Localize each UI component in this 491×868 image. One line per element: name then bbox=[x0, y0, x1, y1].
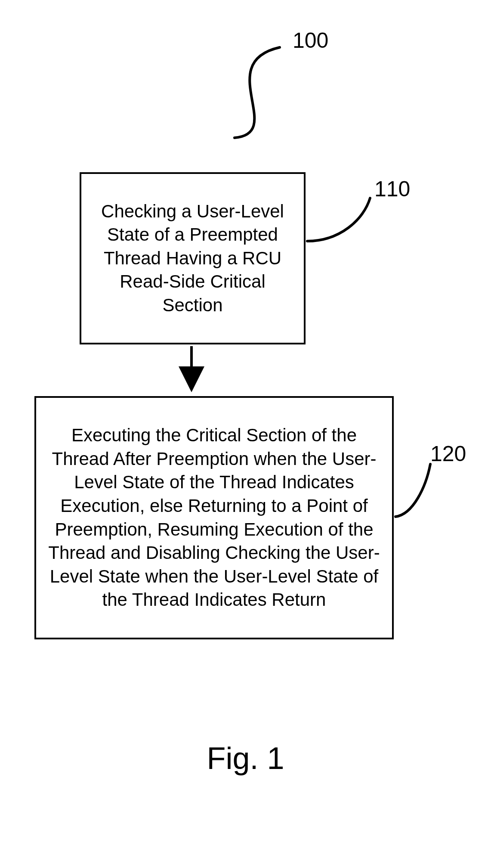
leader-110 bbox=[307, 198, 370, 241]
flow-box-120: Executing the Critical Section of the Th… bbox=[34, 396, 394, 639]
flow-box-110-text: Checking a User-Level State of a Preempt… bbox=[90, 200, 295, 317]
leader-120 bbox=[395, 464, 430, 517]
flow-box-110: Checking a User-Level State of a Preempt… bbox=[80, 172, 306, 344]
s-curve-100 bbox=[235, 47, 280, 138]
diagram-canvas: Checking a User-Level State of a Preempt… bbox=[0, 0, 491, 868]
figure-caption: Fig. 1 bbox=[0, 741, 491, 776]
label-110: 110 bbox=[374, 177, 410, 202]
label-120: 120 bbox=[430, 441, 466, 466]
flow-box-120-text: Executing the Critical Section of the Th… bbox=[45, 424, 383, 612]
label-100: 100 bbox=[293, 28, 328, 53]
